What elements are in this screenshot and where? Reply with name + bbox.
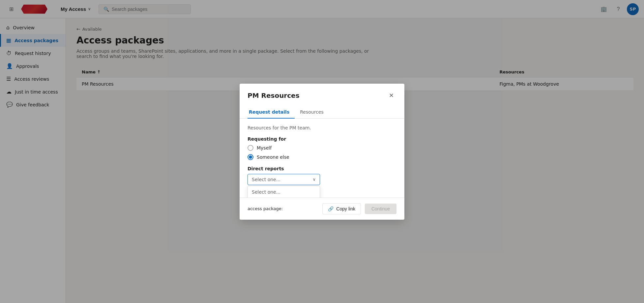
access-package-text: access package: [248,206,283,211]
modal-footer: access package: 🔗 Copy link Continue [240,198,404,220]
link-icon: 🔗 [328,206,334,211]
modal-overlay: PM Resources ✕ Request details Resources… [0,0,644,303]
radio-someone-else-label: Someone else [257,154,289,160]
requesting-for-label: Requesting for [248,136,396,142]
dropdown-list: Select one... UM Uma Groft umagroft@wg.c… [248,186,320,198]
direct-reports-label: Direct reports [248,166,396,171]
continue-button[interactable]: Continue [365,204,396,214]
chevron-down-icon: ∨ [312,177,316,182]
copy-link-button[interactable]: 🔗 Copy link [322,203,361,214]
modal-body: Resources for the PM team. Requesting fo… [240,119,404,198]
modal-header: PM Resources ✕ [240,84,404,101]
select-placeholder: Select one... [252,177,280,182]
continue-label: Continue [371,206,390,211]
modal-tabs: Request details Resources [240,106,404,119]
direct-reports-select[interactable]: Select one... ∨ [248,174,320,185]
modal-title: PM Resources [248,92,300,99]
modal: PM Resources ✕ Request details Resources… [240,84,404,220]
select-container: Select one... ∨ Select one... UM Uma Gro… [248,174,320,185]
requesting-for-group: Requesting for Myself Someone else [248,136,396,160]
radio-myself-label: Myself [257,145,272,151]
radio-someone-else[interactable]: Someone else [248,154,396,160]
tab-request-details[interactable]: Request details [248,106,295,119]
tab-resources[interactable]: Resources [299,106,329,119]
direct-reports-group: Direct reports Select one... ∨ Select on… [248,166,396,185]
radio-group: Myself Someone else [248,145,396,160]
radio-myself[interactable]: Myself [248,145,396,151]
close-icon: ✕ [389,92,394,99]
dropdown-placeholder[interactable]: Select one... [248,186,320,198]
copy-link-label: Copy link [336,206,355,211]
radio-someone-else-input[interactable] [248,154,253,160]
radio-myself-input[interactable] [248,145,253,151]
modal-description: Resources for the PM team. [248,125,396,130]
radio-dot [249,155,252,159]
modal-close-button[interactable]: ✕ [386,90,396,101]
